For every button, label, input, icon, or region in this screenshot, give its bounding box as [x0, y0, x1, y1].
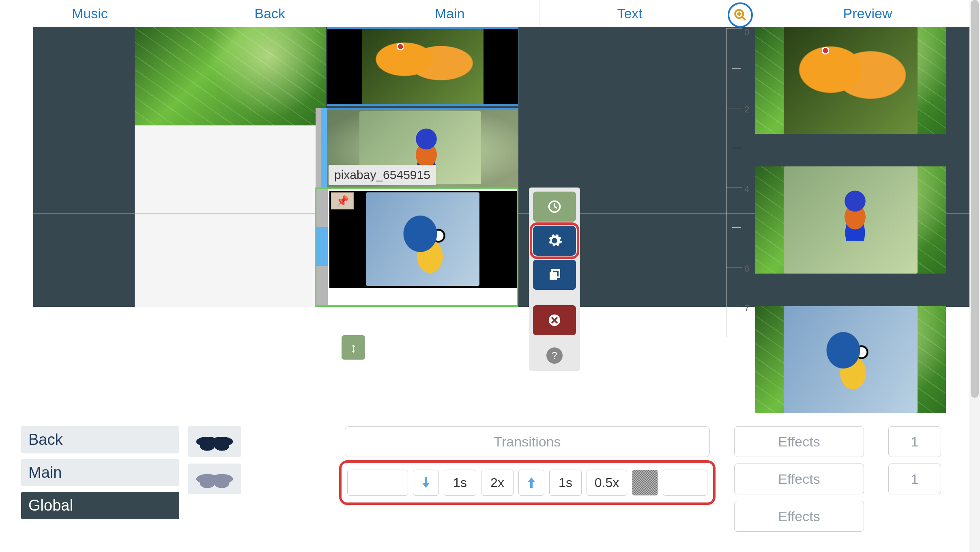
preview-thumb-parrots: [784, 27, 918, 134]
tab-music[interactable]: Music: [0, 0, 180, 27]
effects-button-1[interactable]: Effects: [734, 426, 864, 457]
ruler-mark: 4: [744, 184, 749, 194]
close-icon: [548, 313, 561, 327]
transitions-header[interactable]: Transitions: [345, 426, 710, 457]
tab-text[interactable]: Text: [540, 0, 720, 27]
delete-button[interactable]: [533, 305, 576, 335]
ruler-mark: 0: [744, 27, 749, 38]
transition-up-button[interactable]: [518, 470, 544, 496]
clip-context-toolbar: ?: [529, 188, 580, 371]
zoom-in-icon: [733, 8, 747, 22]
tab-preview[interactable]: Preview: [755, 0, 980, 27]
butterfly-icon: [196, 430, 233, 453]
pin-icon[interactable]: 📌: [331, 192, 354, 209]
layer-pill-main[interactable]: Main: [21, 459, 179, 486]
layer-pill-global[interactable]: Global: [21, 492, 179, 519]
tab-main[interactable]: Main: [360, 0, 540, 27]
thumbnail-macaw: [366, 192, 479, 286]
ruler-mark: 2: [744, 104, 749, 115]
clock-icon: [547, 199, 562, 214]
effects-button-2[interactable]: Effects: [734, 464, 864, 494]
transition-chip-1s-b[interactable]: 1s: [549, 470, 582, 496]
resize-handle[interactable]: ↕: [342, 335, 365, 360]
ruler-mark: 7: [744, 303, 749, 314]
butterfly-button-main[interactable]: [188, 464, 241, 494]
help-button[interactable]: ?: [546, 347, 563, 364]
transition-static-button[interactable]: [632, 470, 658, 496]
transition-chip-2x[interactable]: 2x: [481, 470, 514, 496]
zoom-in-button[interactable]: [728, 2, 753, 28]
copy-icon: [547, 267, 562, 282]
preview-thumb-macaw: [784, 306, 918, 413]
effects-button-3[interactable]: Effects: [734, 501, 864, 532]
svg-rect-1: [550, 272, 557, 280]
transitions-row-highlight: 1s 2x 1s 0.5x: [339, 460, 716, 505]
layer-pill-back[interactable]: Back: [21, 426, 179, 453]
copy-button[interactable]: [533, 260, 576, 290]
back-empty-area[interactable]: [135, 125, 326, 307]
preview-frame-3[interactable]: [755, 306, 946, 413]
gear-icon: [546, 233, 563, 249]
butterfly-button-back[interactable]: [188, 426, 241, 457]
ruler-mark: 6: [744, 263, 749, 274]
clip-handle[interactable]: [316, 108, 327, 188]
butterfly-icon: [196, 468, 233, 490]
effects-count-2[interactable]: 1: [888, 464, 941, 494]
arrow-down-icon: [421, 477, 431, 489]
clip-tooltip: pixabay_6545915: [329, 165, 436, 185]
preview-thumb-lorikeet: [784, 166, 918, 274]
effects-count-1[interactable]: 1: [888, 426, 941, 457]
transition-chip-05x[interactable]: 0.5x: [587, 470, 627, 496]
thumbnail-parrots: [362, 28, 484, 106]
main-clip-3-selected[interactable]: 📌: [315, 188, 518, 307]
arrow-up-icon: [527, 477, 536, 489]
transition-down-button[interactable]: [413, 470, 439, 496]
scrollbar-thumb[interactable]: [971, 0, 979, 398]
transition-chip-1s[interactable]: 1s: [444, 470, 476, 496]
tab-back[interactable]: Back: [180, 0, 360, 27]
clock-button[interactable]: [533, 192, 576, 222]
back-clip-leaf[interactable]: [135, 27, 326, 125]
main-clip-1[interactable]: [327, 27, 518, 106]
preview-frame-2[interactable]: [755, 166, 946, 274]
transition-slot-empty[interactable]: [663, 470, 707, 496]
time-ruler: 0 2 4 6 7: [726, 28, 753, 337]
main-clip-2[interactable]: pixabay_6545915: [316, 108, 518, 188]
clip-handle[interactable]: [316, 189, 328, 305]
transition-slot-empty[interactable]: [347, 470, 408, 496]
settings-button[interactable]: [533, 226, 576, 256]
preview-frame-1[interactable]: [755, 27, 946, 134]
vertical-scrollbar[interactable]: [969, 0, 980, 552]
